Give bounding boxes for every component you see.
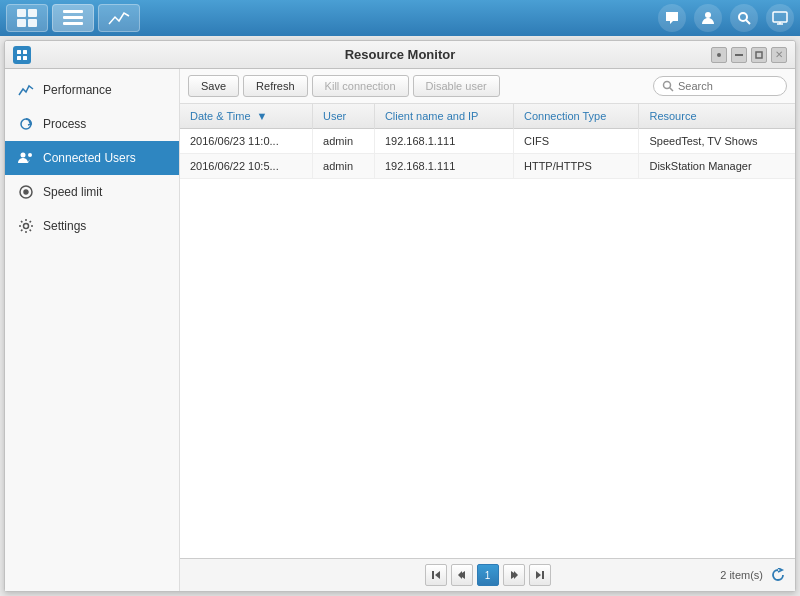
sidebar-item-settings-label: Settings — [43, 219, 86, 233]
svg-rect-10 — [773, 12, 787, 22]
cell-connection_type: CIFS — [513, 129, 638, 154]
svg-rect-1 — [28, 9, 37, 17]
svg-rect-18 — [735, 54, 743, 56]
col-datetime[interactable]: Date & Time ▼ — [180, 104, 313, 129]
page-first-button[interactable] — [425, 564, 447, 586]
cell-user: admin — [313, 154, 375, 179]
window-controls: ✕ — [711, 47, 787, 63]
search-box — [653, 76, 787, 96]
svg-point-21 — [21, 153, 26, 158]
svg-rect-5 — [63, 16, 83, 19]
page-last-button[interactable] — [529, 564, 551, 586]
item-count: 2 item(s) — [720, 569, 763, 581]
window-icon — [13, 46, 31, 64]
window-title: Resource Monitor — [345, 47, 456, 62]
page-prev-button[interactable] — [451, 564, 473, 586]
pin-button[interactable] — [711, 47, 727, 63]
settings-icon — [17, 217, 35, 235]
table-container: Date & Time ▼ User Client name and IP Co… — [180, 104, 795, 558]
sidebar-item-speed-limit[interactable]: Speed limit — [5, 175, 179, 209]
close-button[interactable]: ✕ — [771, 47, 787, 63]
cell-resource: SpeedTest, TV Shows — [639, 129, 795, 154]
connected-users-icon — [17, 149, 35, 167]
connections-table: Date & Time ▼ User Client name and IP Co… — [180, 104, 795, 179]
cell-datetime: 2016/06/22 10:5... — [180, 154, 313, 179]
svg-rect-0 — [17, 9, 26, 17]
svg-rect-13 — [17, 50, 21, 54]
col-connection-type[interactable]: Connection Type — [513, 104, 638, 129]
svg-rect-19 — [756, 52, 762, 58]
svg-marker-33 — [514, 571, 518, 579]
svg-point-7 — [705, 12, 711, 18]
search-icon[interactable] — [730, 4, 758, 32]
refresh-icon-button[interactable] — [769, 566, 787, 584]
svg-point-24 — [24, 190, 28, 194]
page-next-button[interactable] — [503, 564, 525, 586]
svg-rect-16 — [23, 56, 27, 60]
svg-rect-29 — [432, 571, 434, 579]
sort-arrow: ▼ — [257, 110, 268, 122]
svg-line-9 — [746, 20, 750, 24]
user-icon[interactable] — [694, 4, 722, 32]
table-row[interactable]: 2016/06/22 10:5...admin192.168.1.111HTTP… — [180, 154, 795, 179]
col-user[interactable]: User — [313, 104, 375, 129]
refresh-button[interactable]: Refresh — [243, 75, 308, 97]
svg-rect-4 — [63, 10, 83, 13]
minimize-button[interactable] — [731, 47, 747, 63]
performance-icon — [17, 81, 35, 99]
cell-user: admin — [313, 129, 375, 154]
cell-connection_type: HTTP/HTTPS — [513, 154, 638, 179]
sidebar-item-connected-users-label: Connected Users — [43, 151, 136, 165]
table-header-row: Date & Time ▼ User Client name and IP Co… — [180, 104, 795, 129]
monitor-icon[interactable] — [766, 4, 794, 32]
page-1-button[interactable]: 1 — [477, 564, 499, 586]
cell-resource: DiskStation Manager — [639, 154, 795, 179]
svg-rect-14 — [23, 50, 27, 54]
sidebar-item-performance[interactable]: Performance — [5, 73, 179, 107]
main-window: Resource Monitor ✕ — [4, 40, 796, 592]
taskbar-apps — [6, 4, 140, 32]
taskbar-right-icons — [658, 4, 794, 32]
footer-pagination: 1 2 item(s) — [180, 558, 795, 591]
maximize-button[interactable] — [751, 47, 767, 63]
table-body: 2016/06/23 11:0...admin192.168.1.111CIFS… — [180, 129, 795, 179]
search-input-icon — [662, 80, 674, 92]
svg-point-25 — [24, 224, 29, 229]
kill-connection-button[interactable]: Kill connection — [312, 75, 409, 97]
sidebar-item-connected-users[interactable]: Connected Users — [5, 141, 179, 175]
sidebar: Performance Process — [5, 69, 180, 591]
svg-point-8 — [739, 13, 747, 21]
sidebar-item-performance-label: Performance — [43, 83, 112, 97]
svg-marker-28 — [435, 571, 440, 579]
col-resource[interactable]: Resource — [639, 104, 795, 129]
taskbar-app-1[interactable] — [6, 4, 48, 32]
svg-rect-35 — [542, 571, 544, 579]
svg-rect-15 — [17, 56, 21, 60]
svg-point-17 — [717, 53, 721, 57]
svg-rect-6 — [63, 22, 83, 25]
chat-icon[interactable] — [658, 4, 686, 32]
col-client[interactable]: Client name and IP — [374, 104, 513, 129]
sidebar-item-settings[interactable]: Settings — [5, 209, 179, 243]
cell-client: 192.168.1.111 — [374, 129, 513, 154]
svg-line-27 — [670, 88, 674, 92]
cell-datetime: 2016/06/23 11:0... — [180, 129, 313, 154]
svg-marker-31 — [458, 571, 462, 579]
svg-point-26 — [664, 82, 671, 89]
sidebar-item-process[interactable]: Process — [5, 107, 179, 141]
taskbar-app-2[interactable] — [52, 4, 94, 32]
speed-limit-icon — [17, 183, 35, 201]
svg-marker-34 — [536, 571, 541, 579]
sidebar-item-speed-limit-label: Speed limit — [43, 185, 102, 199]
toolbar: Save Refresh Kill connection Disable use… — [180, 69, 795, 104]
cell-client: 192.168.1.111 — [374, 154, 513, 179]
save-button[interactable]: Save — [188, 75, 239, 97]
disable-user-button[interactable]: Disable user — [413, 75, 500, 97]
window-body: Performance Process — [5, 69, 795, 591]
table-row[interactable]: 2016/06/23 11:0...admin192.168.1.111CIFS… — [180, 129, 795, 154]
svg-rect-2 — [17, 19, 26, 27]
search-input[interactable] — [678, 80, 778, 92]
taskbar-app-3[interactable] — [98, 4, 140, 32]
sidebar-item-process-label: Process — [43, 117, 86, 131]
svg-rect-3 — [28, 19, 37, 27]
